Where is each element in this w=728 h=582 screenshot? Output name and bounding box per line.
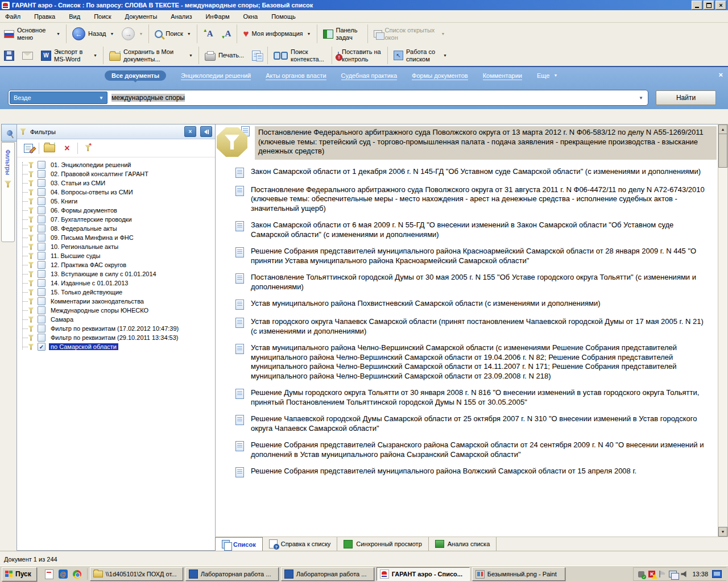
category-tab[interactable]: Все документы ▼	[105, 70, 166, 81]
view-tab[interactable]: Справка к списку	[263, 537, 338, 551]
filter-checkbox[interactable]	[38, 343, 46, 351]
taskbar-window-button[interactable]: Лабораторная работа ...	[281, 567, 374, 581]
forward-button[interactable]: → ▼	[118, 24, 147, 44]
document-list-item[interactable]: Устав муниципального района Челно-Вершин…	[235, 343, 717, 381]
filter-checkbox[interactable]	[38, 252, 46, 260]
filter-tree-item[interactable]: 06. Формы документов	[21, 206, 215, 215]
chrome-icon[interactable]	[73, 570, 81, 579]
taskbar-window-button[interactable]: ГАРАНТ аэро - Списо...	[377, 567, 470, 581]
filter-checkbox[interactable]	[38, 170, 46, 178]
category-tab[interactable]: Формы документов ▼	[412, 72, 468, 79]
pin-panel-button[interactable]	[1, 124, 18, 142]
scrollbar-thumb[interactable]	[718, 134, 727, 168]
filter-tree-item[interactable]: Комментарии законодательства	[21, 297, 215, 306]
scroll-down-button[interactable]: ▼	[718, 527, 727, 537]
menu-item[interactable]: Документы	[125, 13, 158, 20]
filter-checkbox[interactable]	[38, 279, 46, 287]
filter-tree-item[interactable]: 10. Региональные акты	[21, 242, 215, 251]
category-tab[interactable]: Энциклопедии решений ▼	[181, 72, 251, 79]
my-information-button[interactable]: ♥ Моя информация ▼	[239, 24, 315, 44]
search-menu-button[interactable]: Поиск ▼	[151, 24, 195, 44]
filter-tree-item[interactable]: 03. Статьи из СМИ	[21, 178, 215, 188]
taskbar-window-button[interactable]: \\1d405101\2к ПОХД от...	[90, 567, 183, 581]
search-history-chevron-icon[interactable]: ▼	[635, 95, 647, 101]
document-list-item[interactable]: Закон Самарской области от 6 мая 2009 г.…	[235, 221, 717, 239]
filter-checkbox[interactable]	[38, 288, 46, 296]
print-button[interactable]: Печать...	[201, 45, 248, 66]
menu-item[interactable]: Окна	[243, 13, 258, 20]
filter-checkbox[interactable]	[38, 215, 46, 223]
menu-item[interactable]: Файл	[5, 13, 20, 20]
filter-tree-item[interactable]: Самара	[21, 315, 215, 324]
usb-device-icon[interactable]	[638, 571, 644, 577]
menu-item[interactable]: ИнФарм	[205, 13, 229, 20]
category-tab[interactable]: Комментарии ▼	[483, 72, 522, 79]
put-on-control-button[interactable]: ! Поставить на контроль	[334, 45, 386, 66]
font-decrease-button[interactable]: A	[217, 24, 235, 44]
start-button[interactable]: Пуск	[2, 567, 37, 581]
document-list-item[interactable]: Постановление Тольяттинской городской Ду…	[235, 273, 717, 292]
filters-close-button[interactable]: ×	[184, 126, 196, 137]
filter-tree-item[interactable]: Фильтр по реквизитам (17.02.2012 10:47:3…	[21, 324, 215, 333]
send-mail-button[interactable]	[18, 45, 37, 66]
filter-checkbox[interactable]	[38, 161, 46, 169]
network-icon[interactable]	[669, 571, 677, 577]
filters-side-tab[interactable]: Фильтры	[1, 142, 15, 242]
featured-document-row[interactable]: Постановление Федерального арбитражного …	[217, 126, 717, 160]
filter-tree-item[interactable]: 01. Энциклопедии решений	[21, 160, 215, 169]
open-filter-button[interactable]: ↑	[42, 142, 57, 155]
document-list-item[interactable]: Решение Собрания представителей муниципа…	[235, 247, 717, 265]
filter-tree-item[interactable]: 13. Вступающие в силу с 01.01.2014	[21, 269, 215, 278]
document-list-item[interactable]: Постановление Федерального арбитражного …	[235, 185, 717, 214]
edit-filter-button[interactable]	[21, 142, 36, 155]
display-icon[interactable]	[712, 570, 722, 578]
menu-item[interactable]: Вид	[69, 13, 80, 20]
filters-collapse-button[interactable]	[200, 126, 212, 137]
document-list-item[interactable]: Решение Думы городского округа Тольятти …	[235, 388, 717, 407]
minimize-button[interactable]	[692, 1, 702, 10]
filter-checkbox[interactable]	[38, 334, 46, 342]
filter-tree-item[interactable]: Фильтр по реквизитам (29.10.2011 13:34:5…	[21, 333, 215, 342]
filter-checkbox[interactable]	[38, 188, 46, 196]
filter-tree-item[interactable]: 04. Вопросы-ответы из СМИ	[21, 188, 215, 197]
filter-checkbox[interactable]	[38, 243, 46, 251]
filter-tree-item[interactable]: 15. Только действующие	[21, 288, 215, 297]
view-tab[interactable]: Анализ списка	[429, 537, 497, 551]
filter-tree-item[interactable]: 08. Федеральные акты	[21, 224, 215, 233]
document-list-item[interactable]: Устав муниципального района Похвистневск…	[235, 299, 717, 310]
filter-tree-item[interactable]: Международные споры ЮНЕСКО	[21, 306, 215, 315]
flag-icon[interactable]	[659, 571, 665, 577]
category-tab[interactable]: Еще ▼	[537, 72, 557, 79]
work-with-list-button[interactable]: ↖ Работа со списком ▼	[390, 45, 451, 66]
filter-checkbox[interactable]	[38, 197, 46, 205]
menu-item[interactable]: Помощь	[271, 13, 296, 20]
filter-tree-item[interactable]: 02. Правовой консалтинг ГАРАНТ	[21, 169, 215, 178]
filter-tree-item[interactable]: 14. Изданные с 01.01.2013	[21, 278, 215, 288]
back-button[interactable]: ← Назад ▼	[68, 24, 118, 44]
close-button[interactable]: ×	[715, 1, 726, 10]
filter-tree-item[interactable]: 07. Бухгалтерские проводки	[21, 215, 215, 224]
volume-icon[interactable]	[681, 571, 688, 577]
restore-button[interactable]	[704, 1, 714, 10]
menu-item[interactable]: Анализ	[171, 13, 192, 20]
main-menu-button[interactable]: Основное меню ▼	[0, 24, 64, 44]
context-search-button[interactable]: Поиск контекста...	[270, 45, 330, 66]
filter-checkbox[interactable]	[38, 306, 46, 314]
find-button[interactable]: Найти	[656, 90, 716, 105]
search-input[interactable]: международные споры	[107, 94, 635, 102]
save-button[interactable]	[0, 45, 18, 66]
font-increase-button[interactable]: A	[199, 24, 217, 44]
category-tab[interactable]: Акты органов власти ▼	[266, 72, 326, 79]
delete-filter-button[interactable]: ×	[60, 142, 75, 155]
filter-tree-item[interactable]: по Самарской области	[21, 342, 215, 351]
quick-launch-document-icon[interactable]	[45, 569, 53, 579]
view-tab[interactable]: Синхронный просмотр	[337, 537, 428, 551]
filter-tree-item[interactable]: 09. Письма Минфина и ФНС	[21, 233, 215, 242]
new-filter-button[interactable]: *	[81, 142, 96, 155]
document-list-item[interactable]: Решение Собрания представителей муниципа…	[235, 467, 717, 477]
filter-checkbox[interactable]	[38, 234, 46, 242]
filter-checkbox[interactable]	[38, 315, 46, 323]
mail-agent-icon[interactable]: @	[59, 569, 68, 579]
view-tab[interactable]: Список	[215, 537, 263, 551]
filter-checkbox[interactable]	[38, 270, 46, 278]
